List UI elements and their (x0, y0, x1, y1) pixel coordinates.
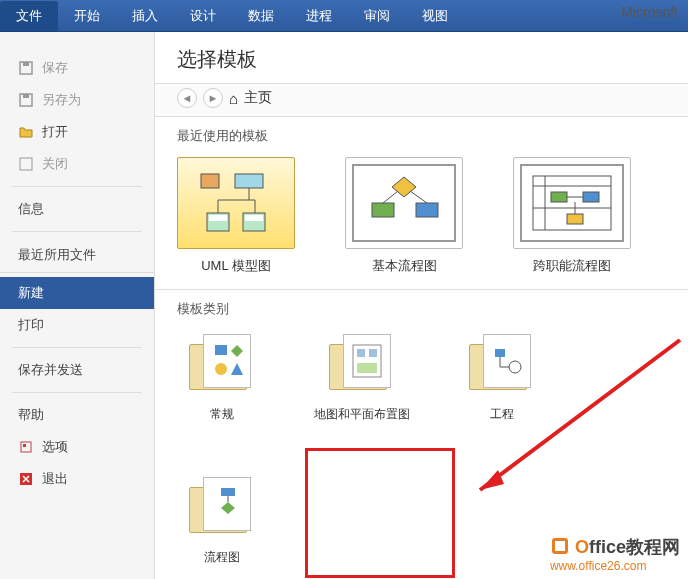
uml-diagram-icon (191, 168, 281, 238)
svg-rect-32 (215, 345, 227, 355)
sidebar-new[interactable]: 新建 (0, 277, 154, 309)
template-crossfunc[interactable]: 跨职能流程图 (513, 157, 631, 275)
svg-marker-18 (392, 177, 416, 197)
category-engineering[interactable]: 工程 (457, 330, 547, 423)
svg-rect-3 (23, 94, 29, 98)
flowchart-icon (364, 173, 444, 233)
svg-point-41 (509, 361, 521, 373)
exit-icon (18, 471, 34, 487)
folder-open-icon (18, 124, 34, 140)
save-icon (18, 60, 34, 76)
swimlane-icon (529, 172, 615, 234)
category-maps[interactable]: 地图和平面布置图 (317, 330, 407, 423)
backstage-sidebar: 保存 另存为 打开 关闭 信息 最近所用文件 新建 打印 保存并发送 帮助 选项 (0, 32, 155, 579)
svg-rect-44 (221, 488, 235, 496)
svg-rect-6 (23, 444, 26, 447)
content-pane: 选择模板 ◄ ► ⌂ 主页 最近使用的模板 (155, 32, 688, 579)
home-icon[interactable]: ⌂ (229, 90, 238, 107)
sidebar-save-as[interactable]: 另存为 (0, 84, 154, 116)
tab-review[interactable]: 审阅 (348, 1, 406, 31)
template-uml-thumb (177, 157, 295, 249)
sidebar-exit[interactable]: 退出 (0, 463, 154, 495)
template-crossfunc-thumb (513, 157, 631, 249)
svg-rect-8 (201, 174, 219, 188)
page-title: 选择模板 (155, 32, 688, 83)
tab-process[interactable]: 进程 (290, 1, 348, 31)
category-flowchart[interactable]: 流程图 (177, 473, 267, 566)
breadcrumb: ◄ ► ⌂ 主页 (155, 83, 688, 117)
category-general-label: 常规 (210, 406, 234, 423)
breadcrumb-home[interactable]: 主页 (244, 89, 272, 107)
sidebar-close[interactable]: 关闭 (0, 148, 154, 180)
svg-rect-75 (555, 541, 565, 551)
sidebar-open-label: 打开 (42, 123, 68, 141)
sidebar-print[interactable]: 打印 (0, 309, 154, 341)
sidebar-options-label: 选项 (42, 438, 68, 456)
svg-marker-45 (221, 502, 235, 514)
watermark-url: www.office26.com (550, 559, 647, 573)
recent-templates-row: UML 模型图 基本流程图 (155, 151, 688, 290)
sidebar-info[interactable]: 信息 (0, 193, 154, 225)
sidebar-open[interactable]: 打开 (0, 116, 154, 148)
tab-view[interactable]: 视图 (406, 1, 464, 31)
svg-rect-38 (369, 349, 377, 357)
svg-rect-1 (23, 62, 29, 66)
ribbon-tabs: 文件 开始 插入 设计 数据 进程 审阅 视图 (0, 0, 688, 32)
template-crossfunc-name: 跨职能流程图 (533, 257, 611, 275)
sidebar-options[interactable]: 选项 (0, 431, 154, 463)
watermark-brand-o: O (575, 537, 589, 557)
svg-rect-37 (357, 349, 365, 357)
tab-insert[interactable]: 插入 (116, 1, 174, 31)
tab-file[interactable]: 文件 (0, 1, 58, 31)
svg-rect-12 (209, 215, 227, 221)
options-icon (18, 439, 34, 455)
sidebar-recent[interactable]: 最近所用文件 (0, 238, 154, 273)
nav-back-button[interactable]: ◄ (177, 88, 197, 108)
sidebar-save[interactable]: 保存 (0, 52, 154, 84)
tab-data[interactable]: 数据 (232, 1, 290, 31)
svg-line-22 (410, 191, 427, 203)
sidebar-exit-label: 退出 (42, 470, 68, 488)
general-icon (209, 341, 245, 381)
sidebar-save-as-label: 另存为 (42, 91, 81, 109)
template-uml[interactable]: UML 模型图 (177, 157, 295, 275)
svg-marker-35 (231, 363, 243, 375)
svg-rect-40 (495, 349, 505, 357)
svg-rect-29 (567, 214, 583, 224)
svg-rect-19 (372, 203, 394, 217)
sidebar-close-label: 关闭 (42, 155, 68, 173)
svg-marker-33 (231, 345, 243, 357)
template-basic-flow[interactable]: 基本流程图 (345, 157, 463, 275)
sidebar-save-send[interactable]: 保存并发送 (0, 354, 154, 386)
sidebar-save-label: 保存 (42, 59, 68, 77)
svg-rect-4 (20, 158, 32, 170)
template-basic-flow-name: 基本流程图 (372, 257, 437, 275)
close-icon (18, 156, 34, 172)
svg-line-21 (383, 191, 398, 203)
category-general[interactable]: 常规 (177, 330, 267, 423)
categories-label: 模板类别 (155, 290, 688, 324)
svg-rect-39 (357, 363, 377, 373)
recent-templates-label: 最近使用的模板 (155, 117, 688, 151)
svg-rect-27 (551, 192, 567, 202)
engineering-icon (489, 341, 525, 381)
svg-point-34 (215, 363, 227, 375)
tab-design[interactable]: 设计 (174, 1, 232, 31)
sidebar-help[interactable]: 帮助 (0, 399, 154, 431)
category-maps-label: 地图和平面布置图 (314, 406, 410, 423)
svg-rect-9 (235, 174, 263, 188)
nav-fwd-button[interactable]: ► (203, 88, 223, 108)
category-flowchart-label: 流程图 (204, 549, 240, 566)
svg-rect-28 (583, 192, 599, 202)
svg-rect-13 (245, 215, 263, 221)
svg-rect-20 (416, 203, 438, 217)
flowchart-cat-icon (209, 484, 245, 524)
watermark-logo-icon (550, 536, 570, 556)
map-icon (349, 341, 385, 381)
app-title: Microsoft (621, 4, 678, 20)
tab-home[interactable]: 开始 (58, 1, 116, 31)
save-as-icon (18, 92, 34, 108)
watermark: Office教程网 www.office26.com (550, 535, 680, 573)
watermark-brand-rest: ffice教程网 (589, 537, 680, 557)
template-basic-flow-thumb (345, 157, 463, 249)
